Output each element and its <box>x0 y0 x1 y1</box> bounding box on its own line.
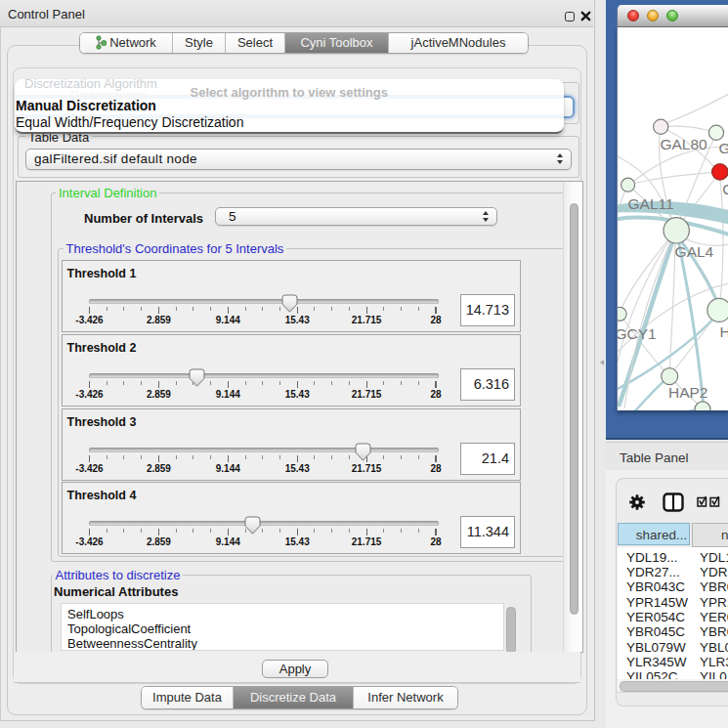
svg-text:HIS7: HIS7 <box>720 323 728 340</box>
svg-text:HAP2: HAP2 <box>668 384 708 401</box>
svg-text:GCY1: GCY1 <box>618 325 657 342</box>
svg-text:GAL4: GAL4 <box>675 243 714 260</box>
svg-text:GAL80: GAL80 <box>660 136 707 152</box>
svg-text:GAL11: GAL11 <box>628 195 674 212</box>
svg-text:CYC8: CYC8 <box>722 181 728 197</box>
svg-text:GAL3: GAL3 <box>719 140 728 156</box>
